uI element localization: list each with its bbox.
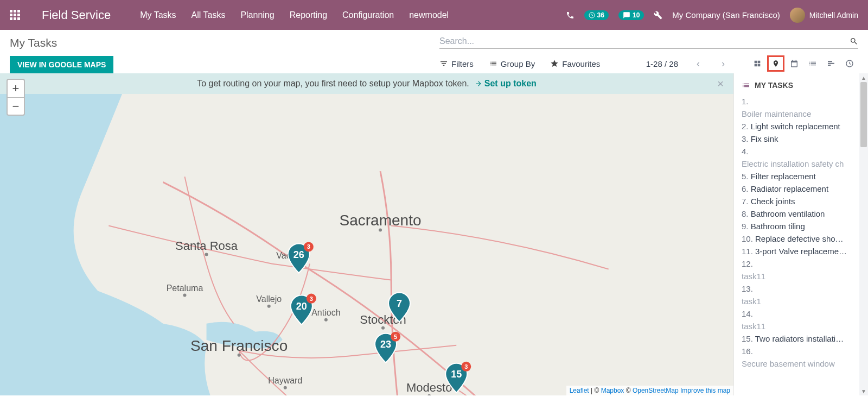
scrollbar[interactable]: ▲ ▼ [859,73,868,395]
svg-text:26: 26 [293,249,304,260]
city-label: Antioch [311,307,340,317]
activity-count: 36 [597,11,604,19]
city-label: Hayward [268,375,302,385]
activity-badge[interactable]: 36 [584,10,609,20]
favourites-button[interactable]: Favourites [550,59,600,68]
map-attribution: Leaflet | © Mapbox © OpenStreetMap Impro… [566,386,733,395]
task-item[interactable]: 16. [742,345,852,357]
user-name: Mitchell Admin [809,11,858,20]
pager-text: 1-28 / 28 [646,59,678,68]
list-view-button[interactable] [804,55,821,72]
search-input[interactable] [439,36,850,46]
map-canvas: SacramentoSanta RosaVacavillePetalumaVal… [0,73,733,395]
osm-link[interactable]: OpenStreetMap [633,387,679,394]
task-item[interactable]: task11 [742,320,852,332]
mapbox-link[interactable]: Mapbox [601,387,624,394]
task-item[interactable]: 3. Fix sink [742,133,852,145]
kanban-view-button[interactable] [749,55,766,72]
scroll-down-icon[interactable]: ▼ [859,387,868,395]
task-item[interactable]: 14. [742,307,852,320]
nav-right: 36 10 My Company (San Francisco) Mitchel… [566,8,858,23]
apps-icon[interactable] [10,10,20,20]
nav-item-reporting[interactable]: Reporting [290,10,327,20]
task-item[interactable]: 11. 3-port Valve replaceme… [742,245,852,257]
zoom-in-button[interactable]: + [8,80,24,97]
task-list: 1. Boiler maintenance2. Light switch rep… [742,95,852,370]
map-view-button[interactable] [767,55,784,72]
setup-token-link[interactable]: Set up token [475,79,537,89]
gantt-view-button[interactable] [822,55,840,72]
task-item[interactable]: 15. Two radiators installati… [742,332,852,345]
task-item[interactable]: 5. Filter replacement [742,170,852,183]
nav-item-newmodel[interactable]: newmodel [409,10,449,20]
pager-prev[interactable]: ‹ [693,58,703,70]
task-item[interactable]: Boiler maintenance [742,108,852,120]
tools-icon[interactable] [654,11,662,20]
mapbox-banner: To get routing on your map, you first ne… [0,73,733,94]
task-sidebar: MY TASKS 1. Boiler maintenance2. Light s… [733,73,859,395]
funnel-icon [439,59,448,68]
task-item[interactable]: 12. [742,257,852,270]
svg-text:15: 15 [451,369,462,380]
svg-text:3: 3 [464,363,468,370]
svg-text:3: 3 [310,295,313,302]
company-selector[interactable]: My Company (San Francisco) [672,10,780,20]
task-item[interactable]: task1 [742,295,852,307]
zoom-out-button[interactable]: − [8,97,24,115]
chat-badge[interactable]: 10 [618,10,644,20]
view-switcher [749,55,858,72]
scroll-thumb[interactable] [860,82,867,147]
svg-text:7: 7 [397,298,402,309]
improve-map-link[interactable]: Improve this map [680,387,730,394]
task-item[interactable]: task11 [742,270,852,282]
view-in-google-maps-button[interactable]: VIEW IN GOOGLE MAPS [10,56,113,73]
task-item[interactable]: Secure basement window [742,357,852,370]
map-area[interactable]: To get routing on your map, you first ne… [0,73,733,395]
leaflet-link[interactable]: Leaflet [570,387,589,394]
chat-count: 10 [633,11,640,19]
city-label: Petaluma [167,283,203,293]
arrow-right-icon [475,80,482,87]
nav-item-planning[interactable]: Planning [240,10,274,20]
city-label: Vallejo [256,294,282,304]
sidebar-title: MY TASKS [755,81,793,90]
nav-menu: My TasksAll TasksPlanningReportingConfig… [140,10,556,20]
task-item[interactable]: 13. [742,282,852,295]
sidebar-header: MY TASKS [742,81,852,90]
groupby-button[interactable]: Group By [489,59,535,68]
banner-close-icon[interactable]: × [717,78,724,90]
list-icon [742,81,750,90]
main: To get routing on your map, you first ne… [0,73,868,395]
task-item[interactable]: 6. Radiator replacement [742,183,852,195]
nav-item-configuration[interactable]: Configuration [342,10,394,20]
svg-text:5: 5 [394,334,397,340]
svg-point-7 [267,305,271,308]
task-item[interactable]: 4. [742,145,852,158]
svg-text:23: 23 [380,339,391,350]
user-menu[interactable]: Mitchell Admin [790,8,858,23]
svg-point-4 [205,253,208,256]
task-item[interactable]: 9. Bathroom tiling [742,220,852,232]
filters-button[interactable]: Filters [439,59,474,68]
task-item[interactable]: 7. Check joints [742,195,852,207]
task-item[interactable]: Electric installation safety ch [742,158,852,170]
calendar-view-button[interactable] [786,55,803,72]
task-item[interactable]: 10. Replace defective sho… [742,232,852,245]
search-icon[interactable] [850,37,858,46]
star-icon [550,59,559,68]
phone-icon[interactable] [566,11,575,20]
nav-item-all-tasks[interactable]: All Tasks [192,10,226,20]
activity-view-button[interactable] [841,55,858,72]
city-label: Modesto [406,381,452,394]
svg-point-11 [284,386,287,389]
nav-item-my-tasks[interactable]: My Tasks [140,10,176,20]
task-item[interactable]: 1. [742,95,852,108]
task-item[interactable]: 8. Bathroom ventilation [742,207,852,220]
task-item[interactable]: 2. Light switch replacement [742,120,852,133]
avatar [790,8,805,23]
scroll-up-icon[interactable]: ▲ [859,73,868,82]
control-panel: My Tasks VIEW IN GOOGLE MAPS Filters Gro… [0,30,868,73]
list-icon [489,59,497,68]
search-bar [439,36,858,49]
pager-next[interactable]: › [718,58,728,70]
